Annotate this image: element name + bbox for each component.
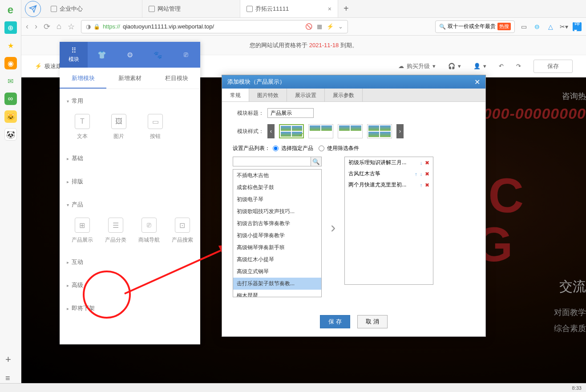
- toolbar-support[interactable]: 🎧▾: [448, 63, 461, 69]
- list-item[interactable]: 初级电子琴: [233, 194, 321, 206]
- triangle-icon[interactable]: △: [546, 22, 555, 31]
- module-nav-2[interactable]: 👕: [88, 42, 116, 68]
- block-icon[interactable]: 🚫: [305, 23, 312, 30]
- module-item-text[interactable]: T文本: [71, 114, 93, 140]
- close-icon[interactable]: ×: [328, 5, 331, 12]
- style-option-2[interactable]: [308, 124, 333, 138]
- toolbar-upgrade[interactable]: ☁购买升级▾: [398, 62, 436, 70]
- module-nav-4[interactable]: 🐾: [144, 42, 172, 68]
- reload-button[interactable]: ⟳: [44, 22, 50, 32]
- browser-search[interactable]: 🔍 双十一价或全年最贵 热搜: [435, 20, 515, 33]
- section-advanced[interactable]: ▸高级: [67, 278, 193, 293]
- sidebar-app-mail[interactable]: ✉: [4, 75, 17, 87]
- delete-icon[interactable]: ✖: [425, 171, 429, 177]
- dialog-tab-display[interactable]: 展示设置: [287, 89, 325, 101]
- list-item[interactable]: 成套棕色架子鼓: [233, 182, 321, 194]
- favorite-button[interactable]: ☆: [68, 22, 75, 32]
- url-input[interactable]: ◑ 🔒 https://qiaotuoyun11111.vip.webporta…: [81, 20, 348, 33]
- module-item-button[interactable]: ▭按钮: [144, 114, 166, 140]
- module-title-input[interactable]: [267, 108, 314, 118]
- module-tab-material[interactable]: 新增素材: [106, 68, 153, 89]
- list-item[interactable]: 柳木琵琶: [233, 290, 321, 297]
- circle-icon[interactable]: ⊝: [533, 22, 542, 31]
- qr-icon[interactable]: ▦: [317, 23, 322, 30]
- sidebar-app-cloud[interactable]: ∞: [4, 93, 17, 105]
- product-search-button[interactable]: 🔍: [311, 157, 322, 166]
- style-prev[interactable]: ‹: [267, 124, 275, 138]
- delete-icon[interactable]: ✖: [425, 160, 429, 166]
- tab-enterprise[interactable]: 企业中心: [44, 0, 142, 17]
- product-search-input[interactable]: [233, 157, 311, 166]
- dialog-cancel-button[interactable]: 取 消: [357, 315, 388, 328]
- list-item[interactable]: 高级红木小提琴: [233, 254, 321, 266]
- style-next[interactable]: ›: [396, 124, 404, 138]
- tab-site-manage[interactable]: 网站管理: [142, 0, 240, 17]
- dialog-titlebar[interactable]: 添加模块（产品展示） ✕: [222, 75, 485, 89]
- sidebar-app-6[interactable]: 🐼: [4, 128, 17, 141]
- book-icon[interactable]: ▭: [519, 22, 528, 31]
- module-panel: ⠿ 模块 👕 ⚙ 🐾 ⎚ 新增模块 新增素材 栏目模块 ▾常用 T文本 🖼图片 …: [60, 42, 200, 344]
- dialog-tab-general[interactable]: 常规: [222, 89, 249, 101]
- home-button[interactable]: ⌂: [57, 22, 61, 31]
- module-item-product-display[interactable]: ⊞产品展示: [71, 218, 93, 244]
- list-item[interactable]: 初级古韵古筝弹奏教学: [233, 218, 321, 230]
- move-right-button[interactable]: ›: [331, 157, 335, 297]
- send-icon[interactable]: [25, 1, 41, 17]
- style-option-4[interactable]: [367, 124, 392, 138]
- section-basic[interactable]: ▸基础: [67, 151, 193, 166]
- move-down-icon[interactable]: ↓: [420, 160, 423, 166]
- sidebar-app-star[interactable]: ★: [4, 39, 17, 52]
- sidebar-menu-icon[interactable]: ≡: [5, 374, 10, 383]
- page-save-button[interactable]: 保存: [533, 60, 573, 73]
- style-option-1[interactable]: ✔: [279, 124, 304, 138]
- section-product[interactable]: ▾产品: [67, 197, 193, 212]
- module-item-mall-nav[interactable]: ⎚商城导航: [138, 218, 160, 244]
- section-common[interactable]: ▾常用: [67, 93, 193, 109]
- module-item-product-category[interactable]: ☰产品分类: [105, 218, 126, 244]
- module-tab-column[interactable]: 栏目模块: [154, 68, 200, 89]
- redo-button[interactable]: ↷: [516, 63, 521, 69]
- translate-icon[interactable]: 译▾: [573, 22, 582, 31]
- move-up-icon[interactable]: ↑: [415, 171, 417, 177]
- module-nav-3[interactable]: ⚙: [116, 42, 144, 68]
- list-item[interactable]: 击打乐器架子鼓节奏教...: [233, 278, 321, 290]
- module-item-product-search[interactable]: ⊡产品搜索: [171, 218, 193, 244]
- dialog-tab-params[interactable]: 展示参数: [325, 89, 363, 101]
- tab-qiaotuoyun[interactable]: 乔拓云11111 ×: [240, 0, 338, 17]
- button-icon: ▭: [148, 114, 163, 129]
- scissors-icon[interactable]: ✂▾: [559, 22, 568, 31]
- bolt-icon[interactable]: ⚡: [327, 23, 334, 30]
- chevron-down-icon[interactable]: ⌄: [338, 23, 343, 30]
- forward-button[interactable]: ›: [35, 22, 37, 31]
- section-pending[interactable]: ▸即将下架: [67, 301, 193, 316]
- dialog-save-button[interactable]: 保 存: [320, 315, 350, 328]
- sidebar-app-weibo[interactable]: ◉: [4, 57, 17, 69]
- list-item[interactable]: 初级歌唱技巧发声技巧...: [233, 206, 321, 218]
- section-interact[interactable]: ▸互动: [67, 255, 193, 270]
- move-down-icon[interactable]: ↓: [420, 171, 423, 177]
- module-nav-modules[interactable]: ⠿ 模块: [60, 42, 88, 68]
- sidebar-app-5[interactable]: 🐱: [4, 110, 17, 123]
- undo-button[interactable]: ↶: [499, 63, 504, 69]
- delete-icon[interactable]: ✖: [425, 182, 429, 188]
- available-products-list[interactable]: 不插电木吉他成套棕色架子鼓初级电子琴初级歌唱技巧发声技巧...初级古韵古筝弹奏教…: [233, 169, 322, 297]
- toolbar-user[interactable]: 👤▾: [473, 63, 486, 69]
- sidebar-app-1[interactable]: ⊕: [4, 21, 17, 34]
- style-option-3[interactable]: [338, 124, 363, 138]
- list-item[interactable]: 不插电木吉他: [233, 170, 321, 182]
- list-item[interactable]: 高级钢琴弹奏新手班: [233, 242, 321, 254]
- radio-filter[interactable]: [319, 145, 324, 151]
- close-icon[interactable]: ✕: [474, 78, 480, 86]
- section-layout[interactable]: ▸排版: [67, 174, 193, 189]
- list-item[interactable]: 初级小提琴弹奏教学: [233, 230, 321, 242]
- list-item[interactable]: 高级立式钢琴: [233, 266, 321, 278]
- module-tab-new[interactable]: 新增模块: [60, 68, 106, 89]
- radio-specific[interactable]: [273, 145, 279, 151]
- module-item-image[interactable]: 🖼图片: [108, 114, 130, 140]
- back-button[interactable]: ‹: [26, 22, 28, 31]
- sidebar-add[interactable]: +: [5, 354, 11, 365]
- module-nav-5[interactable]: ⎚: [172, 42, 200, 68]
- new-tab-button[interactable]: +: [338, 4, 354, 14]
- move-up-icon[interactable]: ↑: [420, 182, 423, 188]
- dialog-tab-effect[interactable]: 图片特效: [249, 89, 287, 101]
